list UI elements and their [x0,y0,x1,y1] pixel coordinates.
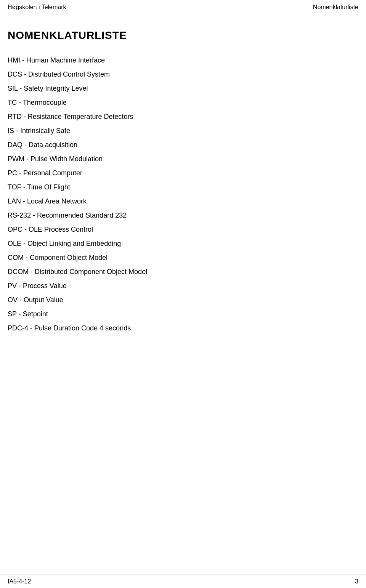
footer-document-id: IA5-4-12 [8,578,31,585]
list-item: PDC-4 - Pulse Duration Code 4 seconds [8,323,358,333]
list-item: PV - Process Value [8,281,358,291]
list-item: TC - Thermocouple [8,98,358,108]
list-item: PWM - Pulse Width Modulation [8,154,358,164]
footer: IA5-4-12 3 [0,575,366,588]
list-item: DAQ - Data acquisition [8,140,358,150]
list-item: RTD - Resistance Temperature Detectors [8,112,358,122]
list-item: HMI - Human Machine Interface [8,55,358,66]
list-item: IS - Intrinsically Safe [8,126,358,136]
list-item: RS-232 - Recommended Standard 232 [8,210,358,221]
list-item: OPC - OLE Process Control [8,224,358,235]
list-item: COM - Component Object Model [8,253,358,263]
list-item: DCS - Distributed Control System [8,69,358,80]
footer-page-number: 3 [355,578,358,585]
list-item: OV - Output Value [8,295,358,305]
list-item: OLE - Object Linking and Embedding [8,239,358,249]
list-item: SP - Setpoint [8,309,358,319]
page-title: NOMENKLATURLISTE [8,29,358,42]
header-title: Nomenklaturliste [313,4,358,11]
header-institution: Høgskolen i Telemark [8,4,66,11]
header: Høgskolen i Telemark Nomenklaturliste [0,0,366,14]
list-item: DCOM - Distributed Component Object Mode… [8,267,358,277]
terminology-list: HMI - Human Machine InterfaceDCS - Distr… [8,55,358,333]
main-content: NOMENKLATURLISTE HMI - Human Machine Int… [0,14,366,352]
list-item: TOF - Time Of Flight [8,182,358,192]
list-item: SIL - Safety Integrity Level [8,83,358,94]
list-item: LAN - Local Area Network [8,196,358,207]
list-item: PC - Personal Computer [8,168,358,178]
